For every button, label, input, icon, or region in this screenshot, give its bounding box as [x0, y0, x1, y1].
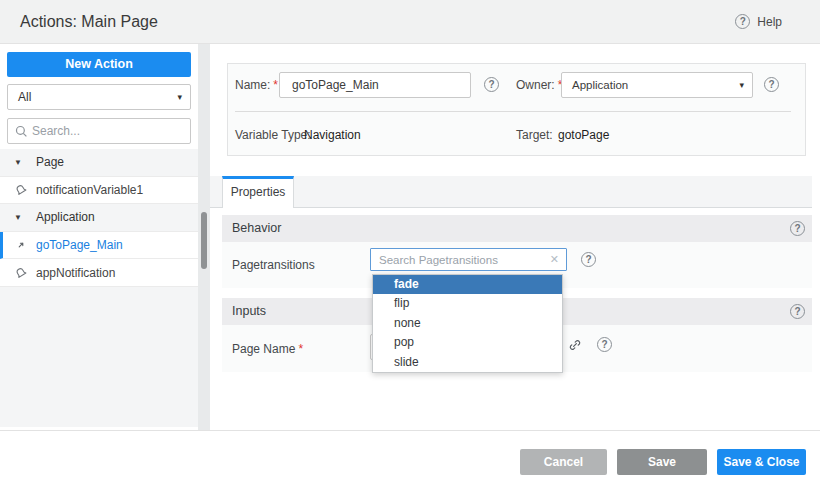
behavior-section-title: Behavior: [222, 215, 812, 242]
dropdown-option-fade[interactable]: fade: [373, 275, 562, 294]
tree-item-label: appNotification: [36, 266, 115, 280]
save-button[interactable]: Save: [617, 449, 707, 475]
behavior-help-icon[interactable]: ?: [790, 221, 805, 236]
dropdown-option-pop[interactable]: pop: [373, 333, 562, 352]
variable-type-label: Variable Type:: [235, 126, 311, 144]
tree-group-page[interactable]: ▼ Page: [0, 149, 198, 177]
required-marker: *: [298, 342, 303, 356]
owner-select[interactable]: Application ▾: [561, 72, 753, 98]
help-label: Help: [757, 15, 782, 29]
sidebar-search: [7, 118, 191, 144]
behavior-section-header: Behavior ?: [222, 215, 812, 242]
pagetransitions-dropdown: fade flip none pop slide: [372, 274, 563, 373]
chevron-down-icon: ▾: [177, 85, 182, 109]
tree-item-appNotification[interactable]: appNotification: [0, 259, 198, 287]
page-name-label: Page Name*: [232, 325, 303, 372]
collapse-arrow-icon: ▼: [14, 158, 24, 167]
tree-item-goToPage-Main[interactable]: goToPage_Main: [0, 232, 198, 260]
name-help-icon[interactable]: ?: [484, 77, 499, 92]
tree-group-application[interactable]: ▼ Application: [0, 204, 198, 232]
tree-item-label: goToPage_Main: [36, 238, 123, 252]
filter-dropdown-value: All: [18, 90, 31, 104]
new-action-button[interactable]: New Action: [7, 52, 191, 77]
pagetransitions-help-icon[interactable]: ?: [581, 252, 596, 267]
clear-icon[interactable]: ✕: [550, 249, 559, 270]
owner-label: Owner:*: [516, 72, 562, 98]
target-label: Target:: [516, 126, 553, 144]
page-title: Actions: Main Page: [20, 0, 158, 44]
page-name-help-icon[interactable]: ?: [597, 337, 612, 352]
search-input[interactable]: [32, 120, 184, 142]
pagetransitions-combobox: ✕: [370, 248, 567, 271]
form-divider: [235, 111, 791, 112]
variables-tree: ▼ Page notificationVariable1 ▼ Applicati…: [0, 149, 198, 427]
save-and-close-button[interactable]: Save & Close: [717, 449, 806, 475]
actions-sidebar: New Action All ▾ ▼ Page: [0, 44, 198, 430]
sidebar-scrollbar-track: [198, 44, 210, 430]
collapse-arrow-icon: ▼: [14, 213, 24, 222]
help-button[interactable]: ? Help: [735, 14, 782, 29]
tab-bar: Properties: [210, 176, 812, 208]
dropdown-option-slide[interactable]: slide: [373, 353, 562, 372]
notification-variable-icon: [14, 183, 28, 197]
sidebar-empty-area: [0, 287, 198, 427]
link-icon[interactable]: [568, 338, 582, 352]
tree-group-label: Page: [36, 155, 64, 169]
dropdown-option-none[interactable]: none: [373, 314, 562, 333]
notification-variable-icon: [14, 266, 28, 280]
tree-item-label: notificationVariable1: [36, 183, 143, 197]
target-value: gotoPage: [558, 126, 609, 144]
name-label: Name:*: [235, 72, 278, 98]
filter-dropdown[interactable]: All ▾: [7, 84, 191, 110]
variable-type-value: Navigation: [304, 126, 361, 144]
navigation-action-icon: [14, 238, 28, 252]
required-marker: *: [273, 78, 278, 92]
chevron-down-icon: ▾: [739, 73, 744, 97]
owner-select-value: Application: [572, 79, 628, 91]
actions-editor-window: Actions: Main Page ? Help New Action All…: [0, 0, 820, 488]
tree-item-notificationVariable1[interactable]: notificationVariable1: [0, 177, 198, 205]
name-field[interactable]: [279, 72, 471, 98]
sidebar-scrollbar-thumb[interactable]: [201, 212, 207, 269]
help-circle-icon: ?: [735, 14, 750, 29]
tab-properties[interactable]: Properties: [222, 176, 294, 208]
footer-bar: Cancel Save Save & Close: [0, 430, 820, 488]
dropdown-option-flip[interactable]: flip: [373, 294, 562, 313]
inputs-help-icon[interactable]: ?: [790, 304, 805, 319]
owner-help-icon[interactable]: ?: [764, 77, 779, 92]
window-header: Actions: Main Page ? Help: [0, 0, 820, 44]
tree-group-label: Application: [36, 210, 95, 224]
search-icon: [15, 125, 28, 138]
pagetransitions-label: Pagetransitions: [232, 242, 315, 288]
action-summary-box: Name:* ? Owner:* Application ▾ ? Variabl…: [227, 63, 806, 156]
cancel-button[interactable]: Cancel: [520, 449, 607, 475]
pagetransitions-search-input[interactable]: [379, 250, 539, 269]
